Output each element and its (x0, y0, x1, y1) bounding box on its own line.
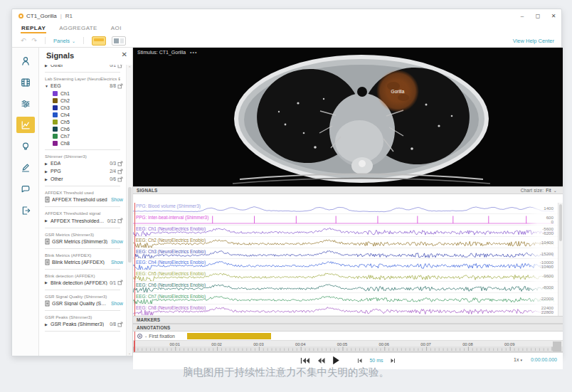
channel-row[interactable]: Ch1 (39, 90, 126, 97)
stimulus-menu-icon[interactable]: ••• (190, 50, 197, 55)
signal-label: Other (51, 65, 63, 68)
skip-to-start-button[interactable] (300, 357, 310, 364)
layout-horizontal-split-button[interactable] (92, 36, 106, 46)
channel-color-swatch (53, 141, 58, 146)
sidebar-respondent-button[interactable] (16, 53, 35, 69)
channel-row[interactable]: Ch4 (39, 111, 126, 118)
signal-row[interactable]: ▶Other0/1 (39, 65, 126, 69)
channel-row[interactable]: Ch3 (39, 104, 126, 111)
maximize-icon[interactable]: ◻ (530, 13, 546, 19)
signal-row[interactable]: ▶PPG2/4 (39, 167, 126, 175)
collapse-arrow-icon[interactable]: ▼ (45, 84, 51, 88)
scrollbar-thumb[interactable] (559, 204, 562, 241)
external-link-icon[interactable] (117, 65, 123, 68)
external-link-icon[interactable] (117, 83, 123, 89)
layout-vertical-split-button[interactable] (112, 36, 126, 46)
channel-row[interactable]: Ch6 (39, 125, 126, 132)
trace-row[interactable]: EEG: Ch7 (NeuroElectrics Enobio)-22000 (133, 293, 563, 304)
trace-row[interactable]: EEG: Ch6 (NeuroElectrics Enobio)-8000 (133, 282, 563, 293)
expand-arrow-icon[interactable]: ▶ (45, 322, 51, 327)
signal-row[interactable]: ▶AFFDEX Thresholded signal0/12 (39, 217, 126, 225)
signals-panel: Signals ✕ ▶Other0/1Lab Streaming Layer (… (39, 48, 133, 356)
signals-section-bar: SIGNALS Chart size: Fit ⌄ (133, 186, 563, 194)
signal-label: AFFDEX Thresholded signal (51, 218, 105, 223)
signal-row[interactable]: GSR Metrics (Shimmer3)Show (39, 238, 126, 245)
external-link-icon[interactable] (117, 169, 123, 174)
trace-row[interactable]: EEG: Ch2 (NeuroElectrics Enobio)-10400 (133, 237, 563, 248)
close-panel-icon[interactable]: ✕ (122, 51, 127, 58)
signal-count: 0/8 (110, 322, 116, 327)
tab-replay[interactable]: REPLAY (21, 23, 46, 33)
sidebar-lightbulb-button[interactable] (16, 138, 35, 154)
show-link[interactable]: Show (111, 239, 123, 244)
sidebar-edit-pencil-button[interactable] (16, 159, 35, 176)
signal-row[interactable]: ▶GSR Peaks (Shimmer3)0/8 (39, 320, 126, 328)
skip-back-button[interactable] (317, 357, 326, 364)
signal-row[interactable]: ▶Blink detection (AFFDEX)0/1 (39, 279, 126, 287)
channel-row[interactable]: Ch2 (39, 97, 126, 104)
trace-row[interactable]: PPG: Blood volume (Shimmer3)1400 (133, 203, 563, 214)
scrollbar-thumb[interactable] (128, 187, 132, 263)
expand-arrow-icon[interactable]: ▶ (45, 65, 51, 68)
signal-row[interactable]: GSR Signal Quality (Shimmer3)Show (39, 300, 126, 307)
tab-aggregate[interactable]: AGGREGATE (58, 23, 98, 33)
expand-arrow-icon[interactable]: ▶ (45, 169, 51, 174)
close-icon[interactable]: ✕ (546, 13, 561, 19)
play-button[interactable] (332, 356, 340, 365)
chart-size-dropdown[interactable]: Chart size: Fit ⌄ (521, 188, 563, 193)
playback-speed-dropdown[interactable]: 1x ▾ (514, 357, 522, 362)
signal-row[interactable]: AFFDEX Threshold usedShow (39, 196, 126, 203)
redo-icon[interactable]: ↷ (32, 37, 38, 44)
external-link-icon[interactable] (117, 176, 123, 182)
channel-row[interactable]: Ch7 (39, 132, 126, 139)
sidebar-export-button[interactable] (16, 202, 35, 218)
external-link-icon[interactable] (117, 218, 123, 223)
panels-dropdown[interactable]: Panels⌄ (53, 38, 75, 44)
show-link[interactable]: Show (111, 197, 123, 202)
sidebar-comment-button[interactable] (16, 181, 35, 197)
scroll-up-icon[interactable]: ⌃ (127, 65, 132, 70)
trace-row[interactable]: PPG: Inter-beat-interval (Shimmer3)6000 (133, 214, 563, 226)
sidebar-signals-chart-button[interactable] (16, 117, 35, 133)
traces-scrollbar[interactable] (558, 203, 563, 316)
signal-row[interactable]: Blink Metrics (AFFDEX)Show (39, 258, 126, 266)
channel-row[interactable]: Ch8 (39, 139, 126, 147)
external-link-icon[interactable] (117, 161, 123, 166)
expand-arrow-icon[interactable]: ▶ (45, 177, 51, 181)
signal-row[interactable]: ▶EDA0/3 (39, 159, 126, 167)
show-link[interactable]: Show (111, 260, 123, 265)
signal-row[interactable]: ▼EEG8/8 (39, 82, 126, 90)
partial-row-clipped: ▶Other0/1 (39, 65, 126, 69)
sidebar-video-button[interactable] (16, 74, 35, 90)
step-forward-button[interactable] (390, 358, 396, 364)
timeline-ruler[interactable]: 00:0100:0200:0300:0400:0500:0600:0700:08… (133, 341, 563, 352)
sidebar-settings-sliders-button[interactable] (16, 95, 35, 112)
channel-row[interactable]: Ch5 (39, 118, 126, 125)
signal-row[interactable]: ▶Other0/6 (39, 175, 126, 183)
undo-icon[interactable]: ↶ (21, 37, 26, 44)
annotation-span-bar[interactable] (187, 333, 271, 339)
tab-aoi[interactable]: AOI (110, 23, 122, 33)
signal-traces[interactable]: PPG: Blood volume (Shimmer3)1400PPG: Int… (133, 203, 563, 316)
signals-scrollbar[interactable]: ⌃ ⌄ (126, 65, 132, 356)
show-link[interactable]: Show (111, 301, 123, 306)
external-link-icon[interactable] (117, 322, 123, 327)
minimize-icon[interactable]: – (514, 13, 530, 19)
trace-row[interactable]: EEG: Ch5 (NeuroElectrics Enobio)-9600 (133, 270, 563, 282)
axis-value: -6200 (542, 231, 554, 235)
external-link-icon[interactable] (117, 280, 123, 285)
step-back-button[interactable] (357, 358, 363, 364)
expand-arrow-icon[interactable]: ▶ (45, 218, 51, 223)
trace-row[interactable]: EEG: Ch8 (NeuroElectrics Enobio)22400228… (133, 304, 563, 316)
toolbar-divider (45, 37, 46, 44)
trace-row[interactable]: EEG: Ch1 (NeuroElectrics Enobio)-5600-62… (133, 226, 563, 237)
scroll-down-icon[interactable]: ⌄ (127, 350, 132, 356)
trace-row[interactable]: EEG: Ch4 (NeuroElectrics Enobio)-10000-1… (133, 259, 563, 270)
channel-color-swatch (53, 127, 58, 132)
step-interval-label[interactable]: 50 ms (369, 358, 383, 363)
annotation-row[interactable]: - First fixation (133, 332, 563, 341)
trace-row[interactable]: EEG: Ch3 (NeuroElectrics Enobio)-15200 (133, 248, 563, 260)
expand-arrow-icon[interactable]: ▶ (45, 161, 51, 166)
expand-arrow-icon[interactable]: ▶ (45, 280, 51, 285)
help-center-link[interactable]: View Help Center (513, 38, 554, 44)
